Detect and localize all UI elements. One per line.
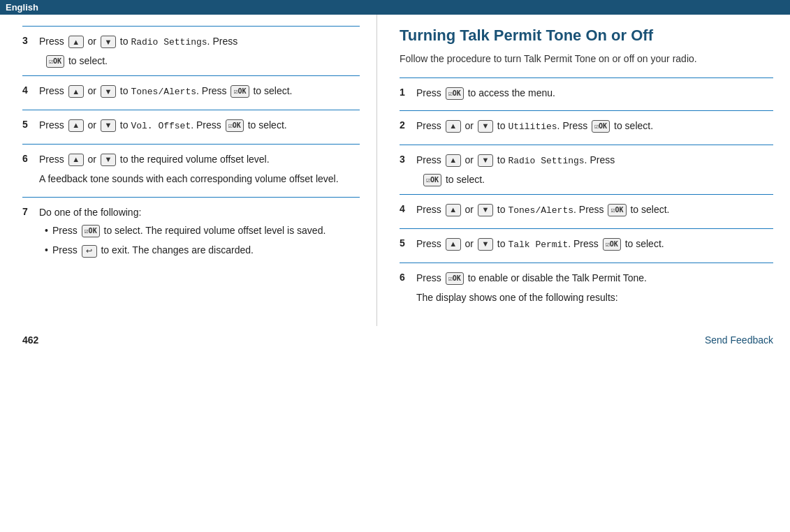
step-left-7: 7 Do one of the following: Press ☑OK to …: [22, 197, 360, 269]
language-label: English: [0, 0, 790, 15]
step-left-4: 4 Press ▲ or ▼ to Tones/Alerts. Press ☑O…: [22, 75, 360, 110]
step-num-6: 6: [22, 153, 39, 164]
step-body-5: Press ▲ or ▼ to Vol. Offset. Press ☑OK t…: [39, 117, 360, 137]
step-right-3: 3 Press ▲ or ▼ to Radio Settings. Press …: [400, 145, 773, 194]
page-footer: 462 Send Feedback: [0, 329, 790, 351]
ok-button-icon: ☑OK: [82, 225, 100, 237]
step-right-4: 4 Press ▲ or ▼ to Tones/Alerts. Press ☑O…: [400, 194, 773, 228]
step-right-6: 6 Press ☑OK to enable or disable the Tal…: [400, 263, 773, 316]
step-body-r4: Press ▲ or ▼ to Tones/Alerts. Press ☑OK …: [416, 202, 773, 221]
step-body-r3: Press ▲ or ▼ to Radio Settings. Press ☑O…: [416, 152, 773, 187]
down-arrow-icon: ▼: [478, 204, 493, 216]
step-body-r1: Press ☑OK to access the menu.: [416, 85, 773, 103]
down-arrow-icon: ▼: [101, 154, 116, 166]
down-arrow-icon: ▼: [478, 154, 493, 167]
down-arrow-icon: ▼: [101, 119, 116, 132]
ok-button-icon: ☑OK: [46, 55, 64, 68]
up-arrow-icon: ▲: [68, 119, 84, 132]
send-feedback-link[interactable]: Send Feedback: [705, 334, 773, 346]
ok-button-icon: ☑OK: [446, 272, 464, 285]
bullet-7-2: Press ↩ to exit. The changes are discard…: [45, 242, 360, 258]
ok-button-icon: ☑OK: [608, 204, 626, 216]
step-body-r5: Press ▲ or ▼ to Talk Permit. Press ☑OK t…: [416, 236, 773, 256]
step-left-5: 5 Press ▲ or ▼ to Vol. Offset. Press ☑OK…: [22, 110, 360, 144]
down-arrow-icon: ▼: [478, 120, 493, 133]
step-right-5: 5 Press ▲ or ▼ to Talk Permit. Press ☑OK…: [400, 228, 773, 263]
up-arrow-icon: ▲: [68, 154, 84, 166]
section-title: Turning Talk Permit Tone On or Off: [400, 26, 773, 46]
step-num-r1: 1: [400, 87, 416, 98]
step-num-7: 7: [22, 206, 39, 217]
step-num-r4: 4: [400, 203, 416, 214]
up-arrow-icon: ▲: [446, 204, 461, 216]
ok-button-icon: ☑OK: [226, 119, 244, 132]
up-arrow-icon: ▲: [446, 238, 461, 251]
up-arrow-icon: ▲: [68, 36, 84, 48]
step-num-3: 3: [22, 35, 39, 46]
step-num-r5: 5: [400, 237, 416, 249]
up-arrow-icon: ▲: [68, 85, 84, 98]
up-arrow-icon: ▲: [446, 120, 461, 133]
ok-button-icon: ☑OK: [446, 87, 464, 100]
down-arrow-icon: ▼: [101, 85, 116, 98]
step-num-r3: 3: [400, 154, 416, 165]
ok-button-icon: ☑OK: [592, 120, 610, 133]
step-body-4: Press ▲ or ▼ to Tones/Alerts. Press ☑OK …: [39, 83, 360, 103]
ok-button-icon: ☑OK: [231, 85, 249, 98]
step-num-r2: 2: [400, 119, 416, 131]
down-arrow-icon: ▼: [478, 238, 493, 251]
up-arrow-icon: ▲: [446, 154, 461, 167]
step-num-4: 4: [22, 84, 39, 96]
step-num-5: 5: [22, 119, 39, 130]
back-button-icon: ↩: [82, 245, 97, 258]
ok-button-icon: ☑OK: [423, 174, 441, 186]
left-column: 3 Press ▲ or ▼ to Radio Settings. Press …: [0, 15, 377, 326]
step-num-r6: 6: [400, 272, 416, 283]
step-body-r6: Press ☑OK to enable or disable the Talk …: [416, 270, 773, 309]
down-arrow-icon: ▼: [101, 36, 116, 48]
step-left-3: 3 Press ▲ or ▼ to Radio Settings. Press …: [22, 26, 360, 75]
step-body-6: Press ▲ or ▼ to the required volume offs…: [39, 152, 360, 190]
step-body-3: Press ▲ or ▼ to Radio Settings. Press ☑O…: [39, 34, 360, 68]
bullet-7-1: Press ☑OK to select. The required volume…: [45, 223, 360, 238]
step-right-1: 1 Press ☑OK to access the menu.: [400, 77, 773, 110]
step-right-2: 2 Press ▲ or ▼ to Utilities. Press ☑OK t…: [400, 110, 773, 145]
intro-text: Follow the procedure to turn Talk Permit…: [400, 52, 773, 66]
right-column: Turning Talk Permit Tone On or Off Follo…: [377, 15, 790, 326]
page-number: 462: [22, 334, 38, 346]
ok-button-icon: ☑OK: [603, 238, 621, 251]
step-body-7: Do one of the following: Press ☑OK to se…: [39, 205, 360, 263]
step-left-6: 6 Press ▲ or ▼ to the required volume of…: [22, 144, 360, 197]
step-body-r2: Press ▲ or ▼ to Utilities. Press ☑OK to …: [416, 118, 773, 138]
